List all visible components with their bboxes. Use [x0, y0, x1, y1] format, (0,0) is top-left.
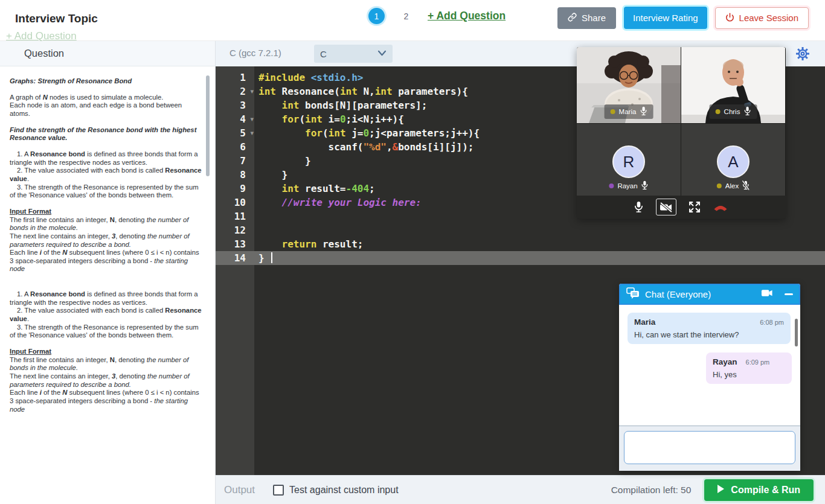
video-tile-chris[interactable]: Chris	[681, 47, 785, 123]
code-fold-icon[interactable]: ▾	[250, 112, 254, 126]
settings-gear-icon[interactable]	[795, 46, 811, 62]
custom-input-checkbox[interactable]	[273, 485, 284, 496]
line-number: 9	[216, 182, 254, 196]
question-text-block: Each line i of the N subsequent lines (w…	[10, 389, 204, 413]
question-tab-1[interactable]: 1	[368, 8, 385, 24]
presence-dot	[716, 109, 721, 114]
participant-label: Alex	[717, 180, 750, 191]
presence-dot	[611, 109, 615, 114]
chat-header: Chat (Everyone)	[619, 284, 800, 305]
video-call-panel: Maria ChrisRRayanAAlex	[577, 47, 786, 219]
video-grid: Maria ChrisRRayanAAlex	[577, 47, 786, 196]
question-text-block: Each node is an atom, and each edge is a…	[10, 101, 204, 118]
chat-title: Chat (Everyone)	[645, 289, 756, 299]
chat-message: Rayan6:09 pmHi, yes	[706, 352, 792, 384]
add-question-button[interactable]: + Add Question	[428, 10, 506, 22]
interview-rating-button[interactable]: Interview Rating	[624, 7, 707, 29]
participant-name: Chris	[724, 108, 740, 115]
question-text-block: Input Format	[10, 208, 204, 216]
chat-messages: Maria6:08 pmHi, can we start the intervi…	[619, 305, 800, 426]
line-number: 3	[216, 98, 254, 112]
line-number: 13	[216, 237, 254, 251]
mic-icon	[640, 106, 647, 117]
line-number: 4▾	[216, 112, 254, 126]
question-statement: Graphs: Strength of Resonance BondA grap…	[0, 66, 215, 503]
share-button[interactable]: Share	[557, 7, 616, 29]
language-select[interactable]: C	[314, 45, 393, 63]
code-line-14[interactable]: 14}	[216, 251, 825, 265]
mic-icon	[641, 180, 649, 191]
code-line-text: int Resonance(int N,int parameters){	[254, 85, 468, 98]
video-tile-maria[interactable]: Maria	[577, 47, 681, 123]
code-line-12[interactable]: 12	[216, 223, 825, 237]
interview-app: Interview Topic 12 + Add Question Share …	[0, 0, 825, 504]
chat-input[interactable]	[624, 431, 795, 464]
mic-toggle-button[interactable]	[634, 201, 643, 213]
power-icon	[725, 13, 734, 24]
question-text-block: 2. The value associated with each bond i…	[10, 307, 204, 323]
question-panel: Question Graphs: Strength of Resonance B…	[0, 41, 216, 504]
code-fold-icon[interactable]: ▾	[250, 126, 254, 140]
question-text-block: Find the strength of the Resonance bond …	[10, 126, 204, 142]
presence-dot	[717, 183, 722, 188]
code-line-text: scanf("%d",&bonds[i][j]);	[254, 140, 473, 154]
chat-text: Hi, can we start the interview?	[634, 330, 784, 339]
header-actions: Share Interview Rating Leave Session	[557, 7, 809, 29]
top-header: Interview Topic 12 + Add Question Share …	[0, 0, 825, 41]
question-text-block: 1. A Resonance bond is defined as three …	[10, 290, 204, 307]
question-text-block: 3. The strength of the Resonance is repr…	[10, 183, 204, 200]
video-controls	[577, 196, 786, 219]
code-line-text: //write your Logic here:	[254, 196, 422, 209]
question-panel-header: Question	[0, 41, 215, 66]
code-line-text	[254, 223, 258, 237]
play-icon	[717, 485, 724, 496]
question-text-block: 1. A Resonance bond is defined as three …	[10, 150, 204, 167]
camera-off-button[interactable]	[656, 199, 676, 215]
question-text-block: Input Format	[10, 348, 204, 356]
output-tab[interactable]: Output	[224, 484, 255, 496]
chat-minimize-icon[interactable]	[785, 293, 793, 295]
chat-video-icon[interactable]	[761, 289, 773, 300]
chat-scrollbar[interactable]	[795, 319, 798, 346]
presence-dot	[609, 183, 614, 188]
video-tile-rayan[interactable]: RRayan	[577, 124, 681, 196]
chat-panel: Chat (Everyone) Maria6:08 pmHi, can we s…	[619, 284, 800, 471]
question-text-block: The first line contains an integer, N, d…	[10, 216, 204, 232]
leave-session-label: Leave Session	[739, 13, 798, 23]
question-tabs: 12 + Add Question	[368, 8, 506, 24]
language-selected-value: C	[320, 49, 327, 59]
question-text-block: Each line i of the N subsequent lines (w…	[10, 249, 204, 273]
chat-input-area	[619, 426, 800, 471]
code-line-text: int bonds[N][parameters];	[254, 98, 427, 112]
hangup-button[interactable]	[713, 203, 728, 211]
question-tab-2[interactable]: 2	[398, 8, 414, 24]
video-tile-alex[interactable]: AAlex	[681, 124, 785, 196]
line-number: 5▾	[216, 126, 254, 140]
code-line-text: #include <stdio.h>	[254, 71, 363, 85]
page-title: Interview Topic	[15, 12, 98, 25]
code-line-text: }	[254, 168, 287, 182]
line-number: 12	[216, 223, 254, 237]
compile-run-button[interactable]: Compile & Run	[704, 479, 814, 501]
participant-name: Rayan	[617, 182, 637, 190]
interview-rating-label: Interview Rating	[633, 13, 698, 23]
participant-label: Chris	[710, 104, 757, 119]
question-text-block: 2. The value associated with each bond i…	[10, 167, 204, 183]
share-label: Share	[582, 13, 606, 23]
compile-run-label: Compile & Run	[731, 485, 800, 496]
line-number: 11	[216, 209, 254, 223]
chat-sender: Maria	[634, 317, 655, 327]
code-fold-icon[interactable]: ▾	[250, 85, 254, 98]
fullscreen-button[interactable]	[689, 202, 700, 212]
custom-input-toggle[interactable]: Test against custom input	[273, 485, 399, 496]
leave-session-button[interactable]: Leave Session	[715, 7, 809, 29]
question-scrollbar[interactable]	[206, 75, 210, 176]
avatar: A	[717, 145, 750, 178]
line-number: 14	[216, 251, 254, 265]
avatar: R	[612, 145, 645, 178]
question-text-block: The next line contains an integer, 3, de…	[10, 232, 204, 249]
chat-text: Hi, yes	[713, 370, 785, 379]
mic-icon	[743, 106, 751, 117]
participant-label: Rayan	[609, 180, 648, 191]
code-line-13[interactable]: 13 return result;	[216, 237, 825, 251]
